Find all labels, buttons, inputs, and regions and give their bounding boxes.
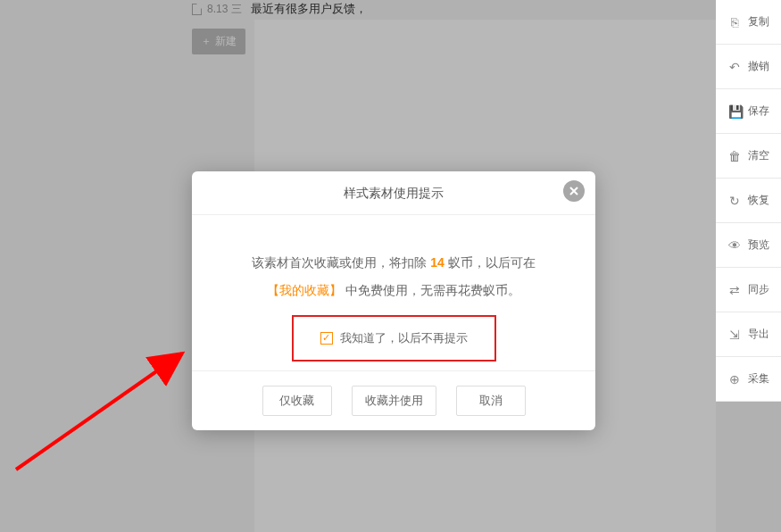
restore-icon: ↻ <box>728 194 741 208</box>
undo-icon: ↶ <box>728 60 741 74</box>
toolbar-item-export[interactable]: ⇲导出 <box>716 312 781 357</box>
toolbar-item-label: 恢复 <box>748 193 769 208</box>
dialog-footer: 仅收藏 收藏并使用 取消 <box>192 370 595 430</box>
toolbar-item-label: 预览 <box>748 237 769 253</box>
acknowledge-row[interactable]: ✓ 我知道了，以后不再提示 <box>292 315 496 362</box>
toolbar-item-save[interactable]: 💾保存 <box>716 89 781 134</box>
save-icon: 💾 <box>728 104 741 119</box>
clear-icon: 🗑 <box>728 149 741 163</box>
dialog-title: 样式素材使用提示 <box>344 186 444 200</box>
favorite-and-use-button[interactable]: 收藏并使用 <box>352 386 436 416</box>
toolbar-item-label: 复制 <box>748 14 769 29</box>
toolbar-item-label: 清空 <box>748 148 769 163</box>
toolbar-item-copy[interactable]: ⎘复制 <box>716 0 781 45</box>
toolbar-item-collect[interactable]: ⊕采集 <box>716 357 781 402</box>
msg-mid: 蚁币，以后可在 <box>445 255 536 270</box>
toolbar-item-undo[interactable]: ↶撤销 <box>716 45 781 89</box>
preview-icon: 👁 <box>728 238 741 253</box>
favorites-link[interactable]: 【我的收藏】 <box>267 283 342 297</box>
toolbar-item-preview[interactable]: 👁预览 <box>716 223 781 268</box>
toolbar-item-restore[interactable]: ↻恢复 <box>716 179 781 223</box>
toolbar-item-sync[interactable]: ⇄同步 <box>716 268 781 312</box>
acknowledge-label: 我知道了，以后不再提示 <box>340 326 468 352</box>
sync-icon: ⇄ <box>728 283 741 297</box>
dialog-message: 该素材首次收藏或使用，将扣除 14 蚁币，以后可在 【我的收藏】 中免费使用，无… <box>219 249 569 304</box>
toolbar-item-label: 同步 <box>748 282 769 297</box>
toolbar-item-label: 导出 <box>748 327 769 342</box>
msg-suffix: 中免费使用，无需再花费蚁币。 <box>342 283 520 297</box>
toolbar-item-label: 撤销 <box>748 59 769 74</box>
dialog-header: 样式素材使用提示 <box>192 171 595 215</box>
dialog-body: 该素材首次收藏或使用，将扣除 14 蚁币，以后可在 【我的收藏】 中免费使用，无… <box>192 215 595 370</box>
close-button[interactable] <box>563 180 585 202</box>
msg-prefix: 该素材首次收藏或使用，将扣除 <box>252 255 430 270</box>
right-toolbar: ⎘复制↶撤销💾保存🗑清空↻恢复👁预览⇄同步⇲导出⊕采集 <box>716 0 781 402</box>
copy-icon: ⎘ <box>728 15 741 29</box>
toolbar-item-label: 保存 <box>748 104 769 119</box>
favorite-only-button[interactable]: 仅收藏 <box>262 386 332 416</box>
cost-value: 14 <box>430 255 445 270</box>
toolbar-item-clear[interactable]: 🗑清空 <box>716 134 781 179</box>
usage-dialog: 样式素材使用提示 该素材首次收藏或使用，将扣除 14 蚁币，以后可在 【我的收藏… <box>192 171 595 430</box>
collect-icon: ⊕ <box>728 372 741 387</box>
toolbar-item-label: 采集 <box>748 371 769 387</box>
export-icon: ⇲ <box>728 328 741 342</box>
acknowledge-checkbox[interactable]: ✓ <box>320 332 333 345</box>
close-icon <box>569 187 578 195</box>
cancel-button[interactable]: 取消 <box>456 386 526 416</box>
